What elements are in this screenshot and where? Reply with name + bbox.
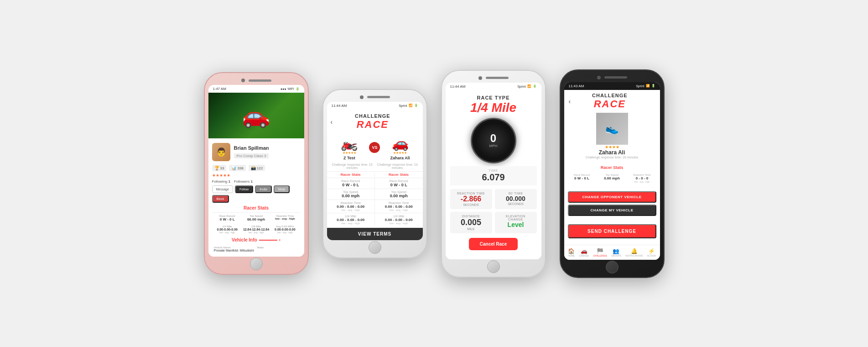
view-terms-button[interactable]: VIEW TERMS [327, 228, 423, 240]
home-button-4[interactable] [606, 261, 619, 273]
home-button-1[interactable] [250, 258, 263, 270]
top-speed-value: 66.00 mph [243, 217, 270, 221]
quarter-mile-row: 1/4 Mile 0.00 - 0.00 - 0.00 low - avg - … [327, 213, 423, 226]
camera-icon-2 [360, 95, 364, 99]
reaction-unit-3: SECONDS [454, 203, 489, 206]
change-vehicle-button[interactable]: CHANGE MY VEHICLE [568, 205, 656, 216]
racer-stats-title-4: Racer Stats [566, 164, 658, 171]
top-speed-col-2: Top Speed 0.00 mph [375, 189, 423, 200]
vehicle-make-label: Make [257, 246, 299, 249]
speaker-2 [367, 96, 390, 98]
back-arrow-4[interactable]: ‹ [569, 98, 571, 105]
back-arrow-2[interactable]: ‹ [331, 118, 333, 126]
reaction-col-2: Reaction Time 0.00 - 0.00 - 0.00 low - a… [375, 200, 423, 213]
profile-class: Pro Comp Class 3 [234, 153, 269, 158]
race-record-col-1: Race Record 0 W - 0 L [327, 178, 375, 189]
vehicle-info-title: Vehicle Info › [212, 237, 301, 242]
signal-3: Sprint [517, 85, 525, 88]
signal-2: Sprint [399, 104, 407, 107]
follow-button[interactable]: Follow [235, 185, 253, 193]
nav-action[interactable]: ⚡ ACTION [647, 248, 656, 257]
signal-4: Sprint [636, 84, 644, 88]
nav-garage[interactable]: 🚗 GARAGE [579, 248, 589, 257]
phone-1: 1:47 AM ●●● WiFi 🔋 🚗 👨 Brian Spillman [204, 72, 309, 275]
race-record-row: Race Record 0 W - 0 L Race Record 0 W - … [327, 178, 423, 189]
race-record-value-2b: 0 W - 0 L [377, 183, 421, 187]
top-speed-label-2b: Top Speed [377, 190, 421, 194]
reaction-value-2a: 0.00 - 0.00 - 0.00 [329, 205, 373, 209]
race-record-label-2b: Race Record [377, 179, 421, 183]
sixty-label: 60' TIME [499, 192, 533, 195]
phone-3-screen: 11:44 AM Sprint 📶 🔋 RACE TYPE 1/4 Mile 0… [446, 83, 541, 259]
speedo-unit: MPH [489, 144, 498, 148]
vehicle-name-cell: Vehicle Name Pronate Manifold- Mitsubish… [214, 246, 255, 252]
speedometer: 0 MPH [471, 118, 516, 163]
quarter-value-2b: 0.00 - 0.00 - 0.00 [377, 218, 421, 222]
send-challenge-button[interactable]: SEND CHALLENGE [568, 224, 656, 238]
home-nav-icon: 🏠 [568, 248, 575, 254]
sixty-foot-cell: 60' TIME 00.000 SECONDS [495, 189, 537, 209]
groups-nav-label: GROUPS [611, 254, 621, 257]
cancel-race-button[interactable]: Cancel Race [469, 238, 518, 250]
wifi-4: 📶 [646, 84, 650, 88]
challenge-header-4: ‹ CHALLENGE RACE [564, 90, 660, 111]
following-label: Following 1 [212, 179, 230, 184]
top-speed-value-2b: 0.00 mph [377, 194, 421, 198]
nav-challenge[interactable]: 🏁 CHALLENGE [593, 248, 607, 257]
status-bar-3: 11:44 AM Sprint 📶 🔋 [446, 83, 541, 90]
distance-cell: DISTANCE 0.005 MILE [450, 212, 492, 233]
challenger-stars: ★★★★ [566, 145, 658, 149]
nav-groups[interactable]: 👥 GROUPS [611, 248, 621, 257]
reaction-label-2b: Reaction Time [377, 201, 421, 205]
avg-sixty-sub: low - avg - high [271, 231, 298, 234]
reaction-sub-2a: low - avg - high [329, 209, 373, 211]
message-button[interactable]: Message [212, 185, 233, 193]
speaker [249, 79, 271, 82]
nav-home[interactable]: 🏠 HOME [568, 248, 575, 257]
reaction-label-2a: Reaction Time [329, 201, 373, 205]
racer-1-vehicle: 🏍️ ★★★★★ Z Test [333, 135, 365, 160]
top-speed-value-2a: 0.00 mph [329, 194, 373, 198]
battery-icon: 🔋 [296, 87, 300, 91]
camera-icon-4 [597, 76, 601, 79]
challenge-nav-icon: 🏁 [593, 248, 607, 254]
elevation-label: ELEVATION CHANGE [499, 215, 533, 221]
home-button-3[interactable] [487, 260, 500, 273]
response-time-1: Challenge response time: 23 minutes [330, 163, 375, 169]
race-title-2: RACE [355, 119, 390, 131]
camera-icon [241, 79, 245, 82]
time-label: TIME [453, 169, 534, 172]
reaction-col-1: Reaction Time 0.00 - 0.00 - 0.00 low - a… [327, 200, 375, 213]
quarter-label-2b: 1/4 Mile [377, 215, 421, 218]
stars-row: ★★★★★ [212, 173, 301, 178]
wifi-3: 📶 [527, 84, 531, 88]
chart-icon: 📊 [231, 166, 236, 170]
profile-stats-row: 🏆 33 📊 338 📸 122 [212, 165, 301, 171]
garage-nav-label: GARAGE [579, 254, 589, 257]
challenger-section: 👟 ★★★★ Zahara Ali Challenge response tim… [564, 111, 660, 161]
reaction-time-row: Reaction Time 0.00 - 0.00 - 0.00 low - a… [327, 200, 423, 213]
status-time-3: 11:44 AM [450, 84, 466, 89]
change-opponent-button[interactable]: CHANGE OPPONENT VEHICLE [568, 191, 656, 203]
notifications-nav-label: NOTIFICATIONS [625, 254, 643, 257]
race-record-label-2a: Race Record [329, 179, 373, 183]
nav-notifications[interactable]: 🔔 NOTIFICATIONS [625, 248, 643, 257]
block-button[interactable]: Block [212, 195, 229, 203]
elevation-cell: ELEVATION CHANGE Level [495, 212, 537, 233]
vs-badge: VS [369, 142, 380, 153]
car-icon-2: 🚗 [384, 135, 416, 151]
home-button-2[interactable] [369, 241, 381, 254]
time-display: TIME 6.079 [450, 166, 537, 185]
status-bar-2: 11:44 AM Sprint 📶 🔋 [327, 102, 423, 110]
challenge-header: ‹ CHALLENGE RACE [327, 110, 423, 132]
vehicle-make-cell: Make [257, 246, 299, 252]
mute-button[interactable]: Mute [274, 185, 290, 193]
distance-unit: MILE [454, 227, 489, 231]
phone-1-screen: 1:47 AM ●●● WiFi 🔋 🚗 👨 Brian Spillman [208, 85, 304, 257]
racer-2-name: Zahara Ali [384, 156, 416, 160]
follow-section: Following 1 Followers 1 [212, 179, 301, 184]
racer-stats-grid: Race Record 0 W - 0 L Top Speed 66.00 mp… [212, 215, 301, 221]
invite-button[interactable]: Invite [255, 185, 272, 193]
top-speed-row: Top Speed 0.00 mph Top Speed 0.00 mph [327, 189, 423, 200]
top-speed-label-2a: Top Speed [329, 190, 373, 194]
